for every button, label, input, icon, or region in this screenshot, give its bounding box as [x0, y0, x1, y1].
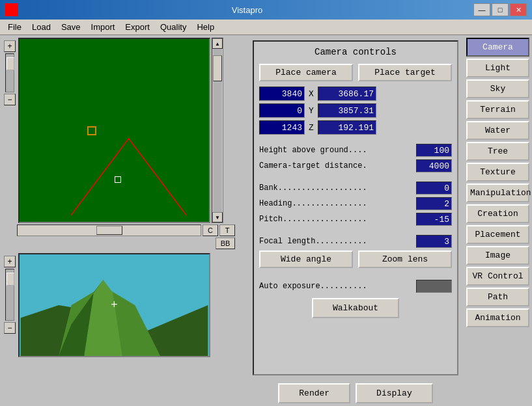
- sidebar-water-button[interactable]: Water: [466, 121, 529, 140]
- sidebar-tree-button[interactable]: Tree: [466, 142, 529, 161]
- auto-exposure-label: Auto exposure..........: [259, 282, 416, 291]
- x-label: X: [305, 89, 318, 99]
- heading-row: Heading................: [259, 197, 452, 210]
- display-button[interactable]: Display: [356, 383, 433, 403]
- maximize-button[interactable]: □: [492, 3, 509, 16]
- menu-export[interactable]: Export: [120, 21, 155, 33]
- vscroll-up-button[interactable]: ▲: [212, 38, 223, 49]
- z-label: Z: [305, 123, 318, 133]
- place-target-button[interactable]: Place target: [358, 64, 452, 81]
- heading-label: Heading................: [259, 199, 416, 208]
- bank-row: Bank...................: [259, 182, 452, 195]
- bb-button[interactable]: BB: [216, 237, 235, 249]
- crosshair: +: [111, 299, 118, 312]
- place-buttons-row: Place camera Place target: [259, 64, 452, 81]
- height-row: Height above ground....: [259, 144, 452, 157]
- sidebar-vrcontrol-button[interactable]: VR Control: [466, 267, 529, 286]
- tgt-x-input[interactable]: [318, 87, 376, 101]
- view3d-zoom-plus[interactable]: +: [4, 256, 16, 267]
- vscroll-thumb[interactable]: [213, 55, 222, 81]
- auto-exposure-input[interactable]: [416, 280, 452, 293]
- svg-line-1: [129, 139, 187, 215]
- bank-input[interactable]: [416, 182, 452, 195]
- tgt-y-input[interactable]: [318, 103, 376, 118]
- title-controls: — □ ✕: [473, 3, 527, 16]
- zoom-lens-button[interactable]: Zoom lens: [358, 250, 452, 268]
- focal-label: Focal length...........: [259, 237, 416, 246]
- target-marker: [115, 176, 121, 183]
- app-icon: [5, 3, 18, 16]
- top-view-map: [18, 38, 210, 223]
- sidebar-manipulation-button[interactable]: Manipulation: [466, 183, 529, 202]
- lens-buttons-row: Wide angle Zoom lens: [259, 250, 452, 268]
- sidebar-terrain-button[interactable]: Terrain: [466, 100, 529, 119]
- sidebar-texture-button[interactable]: Texture: [466, 163, 529, 182]
- menu-quality[interactable]: Quality: [155, 21, 191, 33]
- pitch-row: Pitch..................: [259, 213, 452, 226]
- sidebar-path-button[interactable]: Path: [466, 288, 529, 306]
- focal-row: Focal length...........: [259, 235, 452, 248]
- pitch-input[interactable]: [416, 213, 452, 226]
- menu-save[interactable]: Save: [56, 21, 86, 33]
- render-button[interactable]: Render: [278, 383, 350, 403]
- sidebar-animation-button[interactable]: Animation: [466, 308, 529, 327]
- minimize-button[interactable]: —: [473, 3, 490, 16]
- heading-input[interactable]: [416, 197, 452, 210]
- view-c-button[interactable]: C: [203, 224, 218, 236]
- hscroll-thumb[interactable]: [96, 226, 122, 235]
- vscroll-track: [213, 49, 222, 212]
- x-coord-row: X: [259, 87, 452, 101]
- y-label: Y: [305, 106, 318, 116]
- sidebar-placement-button[interactable]: Placement: [466, 225, 529, 244]
- distance-input[interactable]: [416, 159, 452, 172]
- y-coord-row: Y: [259, 103, 452, 118]
- menu-load[interactable]: Load: [27, 21, 56, 33]
- right-sidebar: Camera Light Sky Terrain Water Tree Text…: [464, 35, 532, 406]
- app-title: Vistapro: [21, 5, 473, 15]
- wide-angle-button[interactable]: Wide angle: [259, 250, 353, 268]
- sidebar-camera-button[interactable]: Camera: [466, 38, 529, 57]
- close-button[interactable]: ✕: [510, 3, 527, 16]
- cam-x-input[interactable]: [259, 87, 305, 101]
- main-content: + −: [0, 35, 532, 406]
- camera-panel-title: Camera controls: [259, 47, 452, 57]
- auto-exposure-row: Auto exposure..........: [259, 280, 452, 293]
- height-label: Height above ground....: [259, 146, 416, 155]
- left-panel: + −: [0, 35, 247, 406]
- sidebar-creation-button[interactable]: Creation: [466, 204, 529, 223]
- z-coord-row: Z: [259, 120, 452, 135]
- sidebar-light-button[interactable]: Light: [466, 59, 529, 77]
- top-view-vscrollbar[interactable]: ▲ ▼: [212, 38, 223, 223]
- walkabout-button[interactable]: Walkabout: [312, 298, 399, 318]
- menu-import[interactable]: Import: [86, 21, 120, 33]
- camera-controls-panel: Camera controls Place camera Place targe…: [253, 40, 458, 375]
- menu-help[interactable]: Help: [191, 21, 219, 33]
- vscroll-down-button[interactable]: ▼: [212, 212, 223, 223]
- view3d-zoom-minus[interactable]: −: [4, 322, 16, 334]
- title-bar: Vistapro — □ ✕: [0, 0, 532, 20]
- menu-file[interactable]: File: [3, 21, 27, 33]
- sidebar-image-button[interactable]: Image: [466, 246, 529, 265]
- sidebar-sky-button[interactable]: Sky: [466, 79, 529, 98]
- bottom-3d-view: +: [18, 253, 210, 357]
- camera-marker: [87, 126, 96, 135]
- height-input[interactable]: [416, 144, 452, 157]
- path-lines-svg: [20, 39, 209, 222]
- zoom-minus-button[interactable]: −: [4, 94, 16, 105]
- bank-label: Bank...................: [259, 183, 416, 193]
- cam-y-input[interactable]: [259, 103, 305, 118]
- distance-label: Camera-target distance.: [259, 161, 416, 170]
- pitch-label: Pitch..................: [259, 215, 416, 224]
- menu-bar: File Load Save Import Export Quality Hel…: [0, 20, 532, 35]
- cam-z-input[interactable]: [259, 120, 305, 135]
- view-t-button[interactable]: T: [219, 224, 235, 236]
- focal-input[interactable]: [416, 235, 452, 248]
- tgt-z-input[interactable]: [318, 120, 376, 135]
- distance-row: Camera-target distance.: [259, 159, 452, 172]
- zoom-plus-button[interactable]: +: [4, 40, 16, 52]
- bottom-action-buttons: Render Display: [250, 383, 461, 403]
- place-camera-button[interactable]: Place camera: [259, 64, 353, 81]
- top-view-hscrollbar[interactable]: [17, 224, 201, 236]
